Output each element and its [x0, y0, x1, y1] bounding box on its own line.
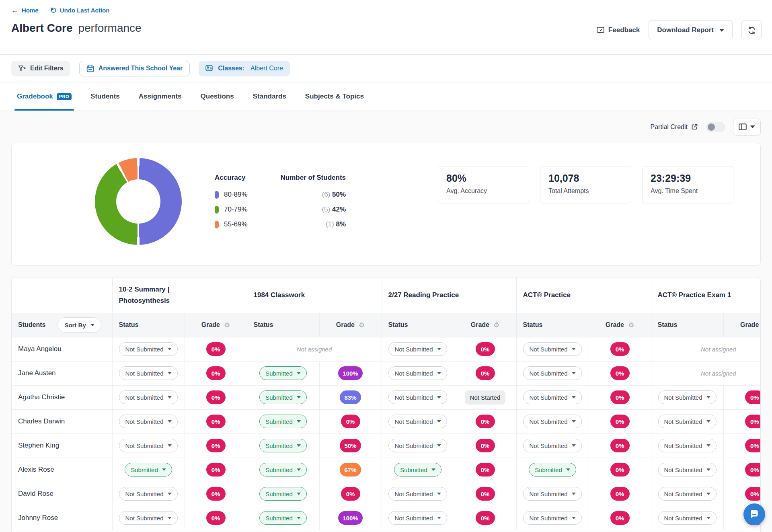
students-header-label: Students [18, 321, 45, 329]
status-dropdown[interactable]: Submitted [394, 463, 441, 477]
toggle-knob [708, 123, 715, 131]
status-dropdown[interactable]: Not Submitted [119, 511, 177, 525]
filter-chip-classes[interactable]: Classes: Albert Core [199, 61, 290, 76]
status-dropdown[interactable]: Not Submitted [523, 511, 581, 525]
tab-label: Questions [201, 92, 234, 101]
grade-cell: 0% [185, 458, 247, 482]
grade-cell: 0% [319, 409, 382, 433]
partial-credit-toggle[interactable] [706, 122, 725, 132]
status-dropdown[interactable]: Not Submitted [388, 511, 447, 525]
status-dropdown[interactable]: Submitted [259, 366, 307, 380]
grade-cell: 0% [454, 433, 516, 458]
gear-icon[interactable]: ⚙ [359, 321, 365, 329]
tab-students[interactable]: Students [90, 82, 120, 111]
chat-widget-button[interactable] [743, 503, 765, 525]
chevron-down-icon [706, 420, 710, 423]
undo-link[interactable]: Undo Last Action [50, 7, 110, 14]
status-cell: Submitted [247, 482, 319, 506]
status-dropdown[interactable]: Not Submitted [388, 366, 447, 380]
grade-column-header: Grade⚙ [589, 313, 651, 337]
status-dropdown[interactable]: Not Submitted [388, 342, 447, 356]
status-dropdown[interactable]: Submitted [125, 463, 172, 477]
status-dropdown[interactable]: Not Submitted [119, 390, 177, 404]
home-link[interactable]: ← Home [11, 6, 39, 14]
status-label: Not Submitted [664, 491, 702, 497]
status-dropdown[interactable]: Not Submitted [388, 487, 447, 501]
sort-by-button[interactable]: Sort By [57, 317, 101, 333]
table-row: Stephen KingNot Submitted0%Submitted50%N… [12, 433, 761, 458]
grade-cell: 83% [319, 385, 382, 409]
status-dropdown[interactable]: Not Submitted [658, 487, 717, 501]
grade-badge: 0% [610, 439, 630, 452]
status-dropdown[interactable]: Submitted [259, 415, 307, 428]
status-dropdown[interactable]: Not Submitted [119, 342, 177, 356]
status-dropdown[interactable]: Not Submitted [658, 511, 717, 525]
status-dropdown[interactable]: Not Submitted [119, 366, 177, 380]
download-report-label: Download Report [657, 26, 714, 34]
grade-cell: 0% [589, 458, 651, 482]
status-cell: Submitted [112, 458, 185, 482]
legend-item: 55-69%(1) 8% [215, 220, 346, 228]
status-dropdown[interactable]: Submitted [259, 487, 307, 501]
status-cell: Not Submitted [382, 482, 454, 506]
status-dropdown[interactable]: Submitted [529, 463, 576, 477]
status-dropdown[interactable]: Submitted [259, 439, 307, 452]
column-settings-button[interactable] [733, 119, 761, 136]
status-dropdown[interactable]: Submitted [259, 511, 307, 525]
refresh-button[interactable] [741, 20, 762, 40]
status-dropdown[interactable]: Not Submitted [523, 366, 581, 380]
stat-card: 10,078Total Attempts [540, 166, 631, 203]
status-dropdown[interactable]: Not Submitted [523, 342, 581, 356]
status-dropdown[interactable]: Not Submitted [523, 439, 581, 452]
status-dropdown[interactable]: Not Submitted [119, 487, 177, 501]
status-dropdown[interactable]: Submitted [259, 390, 307, 404]
status-dropdown[interactable]: Submitted [259, 463, 307, 477]
grade-badge: 0% [745, 390, 761, 404]
feedback-button[interactable]: Feedback [596, 26, 640, 35]
status-dropdown[interactable]: Not Submitted [119, 415, 177, 428]
refresh-icon [747, 26, 756, 35]
chevron-down-icon [297, 444, 301, 447]
gear-icon[interactable]: ⚙ [224, 321, 230, 329]
table-row: Alexis RoseSubmitted0%Submitted67%Submit… [12, 458, 761, 482]
table-row: Agatha ChristieNot Submitted0%Submitted8… [12, 385, 761, 409]
grade-badge: 0% [476, 415, 495, 428]
status-cell: Not Submitted [382, 385, 454, 409]
filter-chip-answered[interactable]: Answered This School Year [79, 61, 190, 76]
gear-icon[interactable]: ⚙ [493, 321, 499, 329]
status-label: Not Submitted [394, 515, 433, 522]
status-dropdown[interactable]: Not Submitted [658, 439, 717, 452]
status-dropdown[interactable]: Not Submitted [119, 439, 177, 452]
filter-bar: Edit Filters Answered This School Year C… [0, 54, 772, 82]
tab-subjects-topics[interactable]: Subjects & Topics [305, 82, 364, 111]
grade-badge: 0% [206, 342, 226, 356]
status-dropdown[interactable]: Not Submitted [658, 415, 717, 428]
tab-standards[interactable]: Standards [253, 82, 286, 111]
legend-value: (6) 50% [322, 191, 346, 199]
legend-swatch [215, 191, 219, 199]
gear-icon[interactable]: ⚙ [628, 321, 634, 329]
status-dropdown[interactable]: Not Submitted [658, 390, 717, 404]
status-label: Submitted [265, 466, 293, 473]
edit-filters-button[interactable]: Edit Filters [11, 61, 70, 76]
status-dropdown[interactable]: Not Submitted [523, 487, 581, 501]
grade-badge: 0% [610, 463, 630, 477]
status-dropdown[interactable]: Not Submitted [523, 390, 581, 404]
status-dropdown[interactable]: Not Submitted [388, 439, 447, 452]
grade-badge: 0% [206, 390, 226, 404]
status-dropdown[interactable]: Not Submitted [388, 390, 447, 404]
chevron-down-icon [437, 348, 441, 350]
status-label: Not Submitted [529, 515, 567, 522]
status-dropdown[interactable]: Not Submitted [388, 415, 447, 428]
tabs-bar: GradebookPROStudentsAssignmentsQuestions… [0, 82, 772, 111]
download-report-button[interactable]: Download Report [649, 20, 733, 40]
status-dropdown[interactable]: Not Submitted [523, 415, 581, 428]
status-cell: Not Submitted [382, 409, 454, 433]
tab-questions[interactable]: Questions [201, 82, 234, 111]
status-dropdown[interactable]: Not Submitted [658, 463, 717, 477]
grade-badge: 0% [610, 487, 630, 501]
tab-assignments[interactable]: Assignments [139, 82, 182, 111]
chevron-down-icon [437, 517, 441, 519]
external-link-icon[interactable] [691, 123, 698, 130]
tab-gradebook[interactable]: GradebookPRO [17, 82, 72, 111]
